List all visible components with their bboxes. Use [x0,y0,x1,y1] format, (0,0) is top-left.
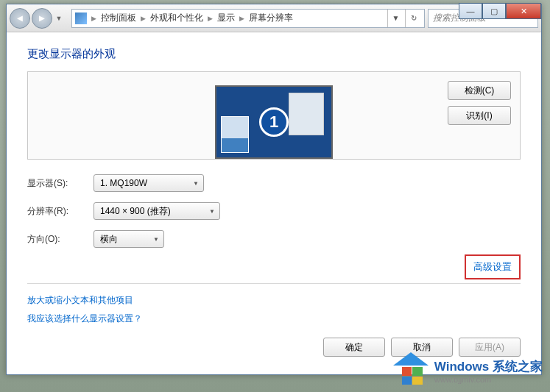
apply-button[interactable]: 应用(A) [459,338,521,357]
breadcrumb-item[interactable]: 外观和个性化 [147,12,206,24]
address-bar[interactable]: ▶ 控制面板 ▶ 外观和个性化 ▶ 显示 ▶ 屏幕分辨率 ▼ ↻ [71,9,425,28]
which-monitor-link[interactable]: 我应该选择什么显示器设置？ [27,313,521,325]
content-area: 更改显示器的外观 1 检测(C) 识别(I) 显示器(S): 1. MQ190W… [7,32,541,374]
monitor-action-buttons: 检测(C) 识别(I) [448,81,511,125]
resolution-select[interactable]: 1440 × 900 (推荐) [94,202,220,220]
window-controls: — ▢ ✕ [459,3,541,19]
orientation-select[interactable]: 横向 [94,230,164,248]
breadcrumb-item[interactable]: 显示 [214,12,238,24]
text-size-link[interactable]: 放大或缩小文本和其他项目 [27,294,521,307]
resolution-row: 分辨率(R): 1440 × 900 (推荐) [27,202,521,220]
control-panel-icon [75,13,87,24]
watermark-text: Windows 系统之家 www.bjjmlv.com [434,358,543,384]
monitor-number-badge: 1 [259,107,289,137]
screen-window-icon [289,93,324,135]
resolution-label: 分辨率(R): [27,205,82,218]
divider [27,283,521,284]
chevron-right-icon: ▶ [139,15,147,22]
display-select[interactable]: 1. MQ190W [94,174,204,192]
monitor-thumbnail[interactable]: 1 [215,85,333,159]
watermark: Windows 系统之家 www.bjjmlv.com [393,355,543,386]
chevron-right-icon: ▶ [238,15,246,22]
ok-button[interactable]: 确定 [323,338,385,357]
nav-buttons: ◄ ► ▼ [10,8,64,29]
detect-button[interactable]: 检测(C) [448,81,511,100]
display-value: 1. MQ190W [100,178,147,188]
chevron-right-icon: ▶ [206,15,214,22]
close-button[interactable]: ✕ [506,3,541,19]
maximize-button[interactable]: ▢ [482,3,506,19]
watermark-url: www.bjjmlv.com [434,375,543,384]
breadcrumb-item[interactable]: 控制面板 [98,12,139,24]
advanced-settings-link[interactable]: 高级设置 [465,254,521,279]
refresh-icon[interactable]: ↻ [405,10,421,27]
page-title: 更改显示器的外观 [27,47,521,61]
display-label: 显示器(S): [27,177,82,190]
monitor-preview-area: 1 检测(C) 识别(I) [27,71,521,160]
orientation-label: 方向(O): [27,233,82,246]
address-dropdown-icon[interactable]: ▼ [387,10,403,27]
resolution-value: 1440 × 900 (推荐) [100,205,171,218]
breadcrumb-item[interactable]: 屏幕分辨率 [246,12,296,24]
control-panel-window: — ▢ ✕ ◄ ► ▼ ▶ 控制面板 ▶ 外观和个性化 ▶ 显示 ▶ 屏幕分辨率… [6,4,542,375]
minimize-button[interactable]: — [459,3,482,19]
watermark-title: Windows 系统之家 [434,360,543,374]
forward-button[interactable]: ► [32,8,52,29]
nav-history-dropdown[interactable]: ▼ [54,8,64,29]
display-row: 显示器(S): 1. MQ190W [27,174,521,192]
orientation-row: 方向(O): 横向 [27,230,521,248]
orientation-value: 横向 [100,233,118,246]
chevron-right-icon: ▶ [90,15,98,22]
screen-preview-icon [221,116,249,153]
back-button[interactable]: ◄ [10,8,30,29]
watermark-logo-icon [393,355,429,386]
identify-button[interactable]: 识别(I) [448,106,511,125]
